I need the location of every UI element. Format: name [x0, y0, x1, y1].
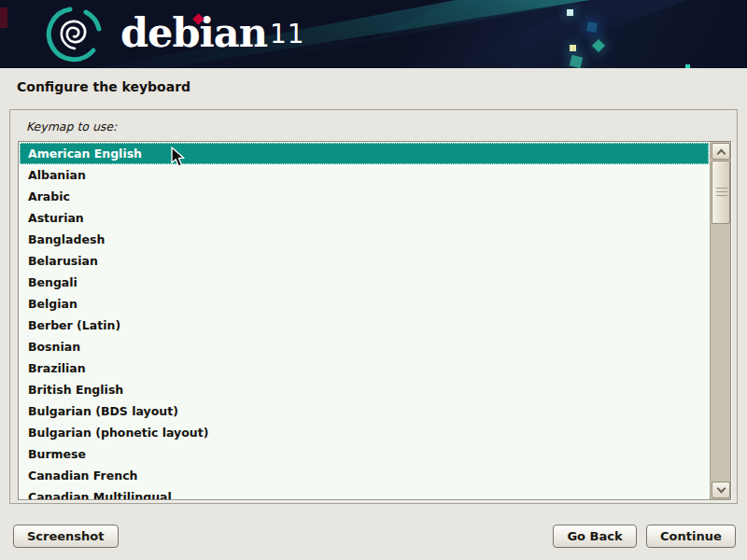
banner: debian 11 [0, 0, 747, 68]
scroll-up-button[interactable] [712, 143, 730, 160]
list-item[interactable]: Belgian [20, 293, 709, 315]
list-item[interactable]: Canadian French [20, 465, 709, 486]
chevron-up-icon [716, 148, 726, 158]
keymap-list-rows: American EnglishAlbanianArabicAsturianBa… [20, 143, 709, 499]
list-item[interactable]: Arabic [20, 186, 709, 207]
list-item[interactable]: Belarusian [20, 250, 709, 272]
scrollbar[interactable] [710, 142, 730, 499]
decor-square [586, 21, 597, 32]
continue-button[interactable]: Continue [646, 525, 736, 548]
list-item[interactable]: British English [20, 379, 709, 400]
list-item[interactable]: Asturian [20, 207, 709, 229]
list-item[interactable]: Albanian [20, 164, 709, 186]
page-title: Configure the keyboard [17, 79, 190, 94]
chevron-down-icon [716, 483, 726, 493]
list-item[interactable]: Bulgarian (BDS layout) [20, 400, 709, 422]
brand-version: 11 [270, 19, 305, 49]
list-item[interactable]: Canadian Multilingual [20, 486, 709, 499]
list-item[interactable]: Berber (Latin) [20, 315, 709, 336]
decor-square [570, 45, 576, 51]
scrollbar-grip-icon [716, 188, 727, 197]
screenshot-button[interactable]: Screenshot [13, 525, 119, 548]
list-item[interactable]: Brazilian [20, 357, 709, 379]
keymap-label: Keymap to use: [26, 119, 117, 133]
list-item[interactable]: Bangladesh [20, 229, 709, 250]
question-panel: Keymap to use: American EnglishAlbanianA… [9, 109, 738, 504]
banner-left-accent [0, 7, 7, 28]
scrollbar-thumb[interactable] [712, 161, 730, 224]
list-item[interactable]: American English [20, 143, 709, 164]
debian-logo-icon [43, 3, 105, 66]
keymap-list[interactable]: American EnglishAlbanianArabicAsturianBa… [18, 141, 731, 500]
scroll-down-button[interactable] [712, 482, 730, 498]
list-item[interactable]: Bosnian [20, 336, 709, 357]
decor-square [567, 9, 573, 16]
go-back-button[interactable]: Go Back [553, 525, 637, 548]
list-item[interactable]: Bulgarian (phonetic layout) [20, 422, 709, 443]
decor-square [685, 64, 690, 68]
list-item[interactable]: Burmese [20, 443, 709, 465]
installer-window: debian 11 Configure the keyboard Keymap … [0, 0, 747, 560]
list-item[interactable]: Bengali [20, 272, 709, 293]
